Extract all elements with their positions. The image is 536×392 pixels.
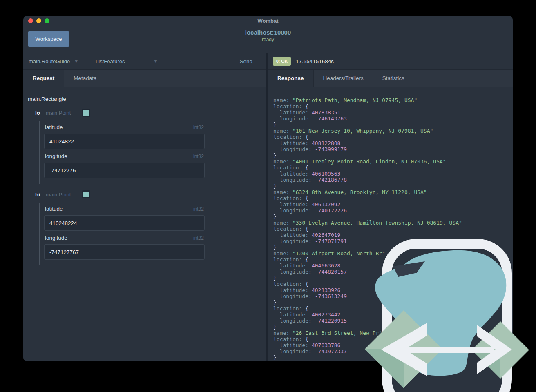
chevron-down-icon: ▼: [74, 59, 78, 64]
field-scalar-type: int32: [193, 125, 204, 130]
request-tab-metadata[interactable]: Metadata: [64, 70, 106, 87]
response-tab-headers-trailers[interactable]: Headers/Trailers: [314, 70, 373, 87]
hi-latitude-input[interactable]: [44, 215, 205, 231]
field-type: main.Point: [46, 192, 71, 198]
response-tab-response[interactable]: Response: [268, 70, 313, 87]
field-label: longitude: [45, 153, 67, 159]
field-enabled-checkbox[interactable]: [82, 190, 90, 198]
field-hi-header: himain.Point: [35, 190, 261, 198]
lo-latitude-field: latitudeint32: [44, 124, 205, 149]
zoom-window-icon[interactable]: [45, 18, 49, 23]
response-code: name: "Patriots Path, Mendham, NJ 07945,…: [273, 97, 513, 361]
field-lo-group: latitudeint32longitudeint32: [39, 121, 205, 184]
service-select[interactable]: main.RouteGuide ▼: [29, 58, 78, 65]
hi-longitude-field: longitudeint32: [44, 235, 205, 260]
chevron-down-icon: ▼: [154, 59, 158, 64]
method-select-label: ListFeatures: [96, 58, 125, 65]
connection-status: ready: [23, 37, 513, 42]
response-tabbar: ResponseHeaders/TrailersStatistics: [268, 70, 513, 87]
request-form: main.Rectangle lomain.Pointlatitudeint32…: [23, 87, 266, 361]
method-select[interactable]: ListFeatures ▼: [96, 58, 158, 65]
checkbox-check-icon: [83, 192, 89, 197]
lo-longitude-input[interactable]: [44, 163, 205, 178]
request-pane: main.RouteGuide ▼ ListFeatures ▼ Send Re…: [23, 53, 266, 361]
field-name: lo: [35, 110, 40, 116]
field-scalar-type: int32: [193, 235, 204, 241]
response-tab-statistics[interactable]: Statistics: [373, 70, 414, 87]
field-label: latitude: [45, 124, 63, 130]
field-type: main.Point: [46, 110, 71, 116]
field-label: longitude: [45, 235, 67, 241]
request-tabbar: RequestMetadata: [23, 70, 266, 87]
field-scalar-type: int32: [193, 206, 204, 212]
app-window: Wombat Workspace localhost:10000 ready m…: [23, 16, 513, 361]
lo-longitude-field: longitudeint32: [44, 153, 205, 178]
checkbox-check-icon: [83, 110, 89, 116]
field-hi-group: latitudeint32longitudeint32: [39, 203, 205, 265]
window-title: Wombat: [23, 18, 513, 24]
hi-longitude-input[interactable]: [44, 244, 205, 260]
minimize-window-icon[interactable]: [36, 18, 41, 23]
message-type-label: main.Rectangle: [28, 96, 261, 102]
close-window-icon[interactable]: [28, 18, 33, 23]
lo-latitude-input[interactable]: [44, 134, 205, 149]
service-select-label: main.RouteGuide: [29, 58, 70, 65]
request-toolbar: main.RouteGuide ▼ ListFeatures ▼ Send: [23, 53, 266, 70]
request-tab-request[interactable]: Request: [23, 70, 64, 87]
response-pane: 0: OK 17.554151684s ResponseHeaders/Trai…: [268, 53, 513, 361]
status-badge: 0: OK: [273, 57, 291, 66]
server-address: localhost:10000: [23, 29, 513, 36]
field-enabled-checkbox[interactable]: [82, 109, 90, 117]
title-bar: Wombat: [23, 16, 513, 27]
call-duration: 17.554151684s: [296, 58, 334, 65]
hi-latitude-field: latitudeint32: [44, 206, 205, 231]
send-button[interactable]: Send: [239, 58, 252, 65]
response-view[interactable]: name: "Patriots Path, Mendham, NJ 07945,…: [268, 87, 513, 361]
field-lo-header: lomain.Point: [35, 109, 261, 117]
field-scalar-type: int32: [193, 154, 204, 159]
result-bar: 0: OK 17.554151684s: [268, 53, 513, 70]
app-header: Workspace localhost:10000 ready: [23, 27, 513, 53]
field-label: latitude: [45, 206, 63, 212]
field-name: hi: [35, 192, 40, 198]
